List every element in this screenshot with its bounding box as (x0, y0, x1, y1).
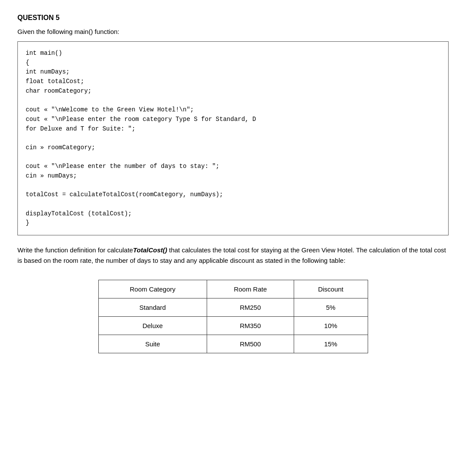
row2-rate: RM350 (207, 317, 294, 335)
col-header-category: Room Category (98, 280, 207, 298)
row1-rate: RM250 (207, 298, 294, 317)
col-header-discount: Discount (294, 280, 368, 298)
question-intro: Given the following main() function: (17, 28, 449, 35)
description: Write the function definition for calcul… (17, 245, 449, 266)
col-header-rate: Room Rate (207, 280, 294, 298)
row2-discount: 10% (294, 317, 368, 335)
hotel-table: Room Category Room Rate Discount Standar… (98, 280, 368, 353)
row3-rate: RM500 (207, 335, 294, 353)
row2-category: Deluxe (98, 317, 207, 335)
table-row: Suite RM500 15% (98, 335, 368, 353)
code-block: int main() { int numDays; float totalCos… (17, 41, 449, 235)
row1-discount: 5% (294, 298, 368, 317)
table-row: Deluxe RM350 10% (98, 317, 368, 335)
row3-discount: 15% (294, 335, 368, 353)
table-wrapper: Room Category Room Rate Discount Standar… (17, 280, 449, 353)
table-row: Standard RM250 5% (98, 298, 368, 317)
function-name: TotalCost() (133, 246, 168, 254)
question-title: QUESTION 5 (17, 14, 449, 22)
row3-category: Suite (98, 335, 207, 353)
row1-category: Standard (98, 298, 207, 317)
